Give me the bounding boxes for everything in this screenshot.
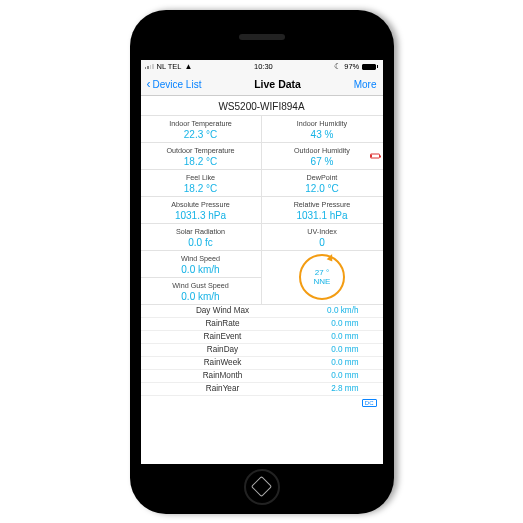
metric-cell[interactable]: Outdoor Temperature 18.2 °C <box>141 143 262 170</box>
metric-label: Indoor Temperature <box>143 119 259 128</box>
metric-value: 12.0 °C <box>264 183 381 194</box>
metric-cell[interactable]: Solar Radiation 0.0 fc <box>141 224 262 251</box>
row-value: 0.0 mm <box>305 371 359 380</box>
metric-value: 1031.1 hPa <box>264 210 381 221</box>
metric-label: Wind Gust Speed <box>143 281 259 290</box>
dc-badge[interactable]: DC <box>362 399 377 407</box>
row-value: 0.0 mm <box>305 358 359 367</box>
metric-label: Outdoor Humidity <box>264 146 381 155</box>
metric-cell[interactable]: Wind Gust Speed 0.0 km/h <box>141 278 262 305</box>
metric-label: Wind Speed <box>143 254 259 263</box>
row-value: 0.0 mm <box>305 319 359 328</box>
compass-icon: 27 ° NNE <box>299 254 345 300</box>
wind-direction-name: NNE <box>314 277 331 286</box>
moon-icon: ☾ <box>334 62 341 71</box>
metric-cell[interactable]: Relative Pressure 1031.1 hPa <box>262 197 383 224</box>
nav-bar: ‹ Device List Live Data More <box>141 74 383 96</box>
metric-label: DewPoint <box>264 173 381 182</box>
device-name: WS5200-WIFI894A <box>141 96 383 116</box>
low-battery-icon <box>370 153 380 158</box>
wind-compass[interactable]: 27 ° NNE <box>262 251 383 305</box>
row-value: 2.8 mm <box>305 384 359 393</box>
metric-label: Feel Like <box>143 173 259 182</box>
carrier-label: NL TEL <box>157 62 182 71</box>
metric-cell[interactable]: Wind Speed 0.0 km/h <box>141 251 262 278</box>
status-bar: NL TEL ▲ 10:30 ☾ 97% <box>141 60 383 74</box>
wifi-icon: ▲ <box>185 62 193 71</box>
metrics-grid: Indoor Temperature 22.3 °C Indoor Humidi… <box>141 116 383 305</box>
wind-cells: Wind Speed 0.0 km/h Wind Gust Speed 0.0 … <box>141 251 262 305</box>
metric-value: 67 % <box>264 156 381 167</box>
row-label: RainRate <box>141 319 305 328</box>
metric-value: 1031.3 hPa <box>143 210 259 221</box>
list-item[interactable]: RainWeek 0.0 mm <box>141 357 383 370</box>
metric-cell[interactable]: Absolute Pressure 1031.3 hPa <box>141 197 262 224</box>
metric-value: 0.0 km/h <box>143 264 259 275</box>
row-label: RainEvent <box>141 332 305 341</box>
list-item[interactable]: RainEvent 0.0 mm <box>141 331 383 344</box>
wind-direction-deg: 27 ° <box>315 268 329 277</box>
data-rows: Day Wind Max 0.0 km/h RainRate 0.0 mm Ra… <box>141 305 383 396</box>
metric-value: 0.0 km/h <box>143 291 259 302</box>
metric-cell[interactable]: Indoor Humidity 43 % <box>262 116 383 143</box>
metric-cell[interactable]: UV-Index 0 <box>262 224 383 251</box>
row-label: RainYear <box>141 384 305 393</box>
metric-label: Relative Pressure <box>264 200 381 209</box>
list-item[interactable]: RainMonth 0.0 mm <box>141 370 383 383</box>
list-item[interactable]: RainYear 2.8 mm <box>141 383 383 396</box>
metric-value: 43 % <box>264 129 381 140</box>
back-button[interactable]: ‹ Device List <box>147 78 202 90</box>
metric-cell[interactable]: Indoor Temperature 22.3 °C <box>141 116 262 143</box>
metric-label: Absolute Pressure <box>143 200 259 209</box>
row-label: RainMonth <box>141 371 305 380</box>
metric-value: 22.3 °C <box>143 129 259 140</box>
metric-value: 18.2 °C <box>143 156 259 167</box>
row-label: RainWeek <box>141 358 305 367</box>
metric-cell[interactable]: Feel Like 18.2 °C <box>141 170 262 197</box>
metric-value: 0.0 fc <box>143 237 259 248</box>
row-label: Day Wind Max <box>141 306 305 315</box>
battery-icon <box>362 64 378 70</box>
row-value: 0.0 mm <box>305 332 359 341</box>
chevron-left-icon: ‹ <box>147 78 151 90</box>
metric-label: Outdoor Temperature <box>143 146 259 155</box>
back-label: Device List <box>153 79 202 90</box>
signal-icon <box>145 64 154 69</box>
battery-percent: 97% <box>344 62 359 71</box>
phone-speaker <box>239 34 285 40</box>
home-icon <box>251 476 272 497</box>
metric-value: 0 <box>264 237 381 248</box>
page-title: Live Data <box>254 78 301 90</box>
metric-label: Solar Radiation <box>143 227 259 236</box>
phone-frame: NL TEL ▲ 10:30 ☾ 97% ‹ Device List Live … <box>130 10 394 514</box>
metric-value: 18.2 °C <box>143 183 259 194</box>
screen: NL TEL ▲ 10:30 ☾ 97% ‹ Device List Live … <box>141 60 383 464</box>
list-item[interactable]: RainDay 0.0 mm <box>141 344 383 357</box>
metric-label: Indoor Humidity <box>264 119 381 128</box>
footer: DC <box>141 396 383 409</box>
list-item[interactable]: Day Wind Max 0.0 km/h <box>141 305 383 318</box>
metric-cell[interactable]: Outdoor Humidity 67 % <box>262 143 383 170</box>
home-button[interactable] <box>244 469 280 505</box>
content: WS5200-WIFI894A Indoor Temperature 22.3 … <box>141 96 383 464</box>
row-value: 0.0 km/h <box>305 306 359 315</box>
status-time: 10:30 <box>254 62 273 71</box>
row-value: 0.0 mm <box>305 345 359 354</box>
metric-cell[interactable]: DewPoint 12.0 °C <box>262 170 383 197</box>
metric-label: UV-Index <box>264 227 381 236</box>
row-label: RainDay <box>141 345 305 354</box>
list-item[interactable]: RainRate 0.0 mm <box>141 318 383 331</box>
compass-needle-icon <box>327 253 335 262</box>
more-button[interactable]: More <box>354 79 377 90</box>
